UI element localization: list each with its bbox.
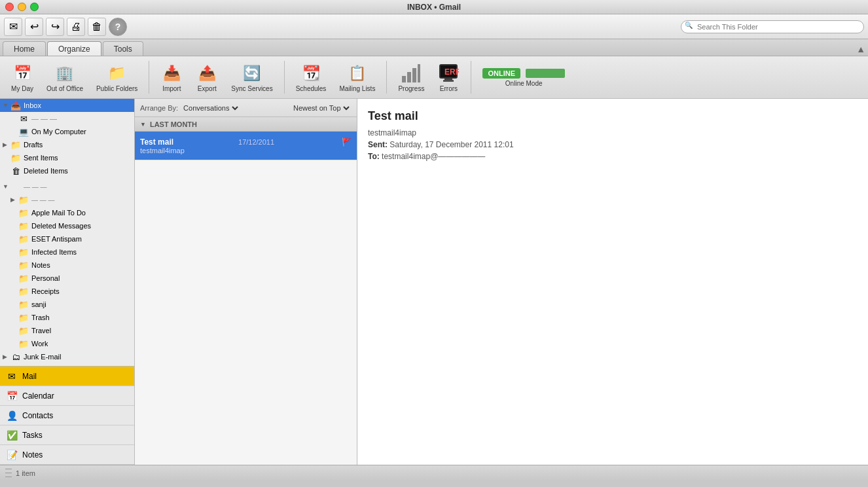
nav-item-contacts[interactable]: 👤 Contacts xyxy=(0,406,134,425)
separator-3 xyxy=(386,61,387,94)
sidebar-item-sent-items[interactable]: 📁 Sent Items xyxy=(0,151,134,164)
message-row-top: Test mail 17/12/2011 🚩 xyxy=(140,137,352,147)
main-layout: ▼ 📥 Inbox ✉ — — — 💻 On My Computer ▶ 📁 D… xyxy=(0,99,868,465)
sidebar-item-travel[interactable]: 📁 Travel xyxy=(0,324,134,337)
sidebar-item-infected[interactable]: 📁 Infected Items xyxy=(0,245,134,259)
errors-icon: ERR xyxy=(438,63,459,84)
redo-icon[interactable]: ↪ xyxy=(46,18,64,36)
eset-icon: 📁 xyxy=(18,234,29,244)
flag-icon: 🚩 xyxy=(342,137,352,147)
minimize-button[interactable] xyxy=(18,3,26,11)
ribbon-public-folders[interactable]: 📁 Public Folders xyxy=(92,59,142,96)
message-row[interactable]: Test mail 17/12/2011 🚩 testmail4imap xyxy=(135,132,357,160)
to-label: To: xyxy=(368,152,380,161)
delete-icon[interactable]: 🗑 xyxy=(88,18,106,36)
sidebar-item-personal[interactable]: 📁 Personal xyxy=(0,272,134,285)
new-message-icon[interactable]: ✉ xyxy=(4,18,22,36)
sidebar-item-gmail[interactable]: ✉ — — — xyxy=(0,112,134,125)
online-progress-bar xyxy=(526,69,565,78)
svg-rect-7 xyxy=(444,79,452,81)
ribbon-sync-services[interactable]: 🔄 Sync Services xyxy=(226,59,277,96)
search-input[interactable] xyxy=(681,20,864,33)
sidebar-item-account-group[interactable]: ▼ — — — xyxy=(0,180,134,193)
sidebar: ▼ 📥 Inbox ✉ — — — 💻 On My Computer ▶ 📁 D… xyxy=(0,99,135,465)
tab-home[interactable]: Home xyxy=(3,41,46,56)
nav-item-tasks[interactable]: ✅ Tasks xyxy=(0,425,134,445)
ribbon-mailing-lists[interactable]: 📋 Mailing Lists xyxy=(335,59,380,96)
sub-label: — — — xyxy=(31,196,55,204)
item-count: 1 item xyxy=(16,469,35,477)
ribbon-errors[interactable]: ERR Errors xyxy=(433,59,464,96)
inbox-arrow: ▼ xyxy=(3,102,10,109)
sidebar-item-apple-mail-todo[interactable]: 📁 Apple Mail To Do xyxy=(0,206,134,219)
message-date: 17/12/2011 xyxy=(238,138,274,146)
close-button[interactable] xyxy=(5,3,14,11)
tab-bar: Home Organize Tools ▲ xyxy=(0,39,868,56)
help-icon[interactable]: ? xyxy=(109,18,127,36)
sync-services-icon: 🔄 xyxy=(242,63,262,84)
section-last-month: ▼ LAST MONTH xyxy=(135,117,357,132)
ribbon-schedules[interactable]: 📆 Schedules xyxy=(291,59,331,96)
ribbon-progress[interactable]: Progress xyxy=(393,59,429,96)
export-icon: 📤 xyxy=(196,63,217,84)
sidebar-item-work[interactable]: 📁 Work xyxy=(0,337,134,350)
grip-line xyxy=(5,473,12,473)
sidebar-item-notes-folder[interactable]: 📁 Notes xyxy=(0,259,134,272)
tab-tools[interactable]: Tools xyxy=(103,41,143,56)
sent-label: Sent: xyxy=(368,140,388,149)
maximize-button[interactable] xyxy=(30,3,39,11)
public-folders-icon: 📁 xyxy=(107,63,128,84)
arrange-select[interactable]: Conversations Date From Subject xyxy=(181,103,240,113)
receipts-label: Receipts xyxy=(31,287,60,295)
nav-item-notes[interactable]: 📝 Notes xyxy=(0,445,134,465)
tab-organize[interactable]: Organize xyxy=(47,41,101,56)
to-address: testmail4imap@—————— xyxy=(382,152,485,161)
ribbon-out-of-office[interactable]: 🏢 Out of Office xyxy=(42,59,88,96)
sidebar-item-eset[interactable]: 📁 ESET Antispam xyxy=(0,232,134,245)
newest-select[interactable]: Newest on Top Oldest on Top xyxy=(291,103,352,113)
print-icon[interactable]: 🖨 xyxy=(67,18,85,36)
sidebar-item-deleted-items[interactable]: 🗑 Deleted Items xyxy=(0,164,134,177)
travel-icon: 📁 xyxy=(18,325,29,336)
separator-1 xyxy=(149,61,149,94)
separator-2 xyxy=(284,61,285,94)
ribbon-my-day[interactable]: 📅 My Day xyxy=(7,59,38,96)
gmail-icon: ✉ xyxy=(18,113,29,124)
nav-item-mail[interactable]: ✉ Mail xyxy=(0,367,134,386)
svg-text:ERR: ERR xyxy=(444,67,459,77)
sidebar-item-trash[interactable]: 📁 Trash xyxy=(0,311,134,324)
undo-icon[interactable]: ↩ xyxy=(25,18,43,36)
work-label: Work xyxy=(31,340,48,348)
svg-rect-0 xyxy=(402,76,406,82)
reading-pane: Test mail testmail4imap Sent: Saturday, … xyxy=(357,99,868,465)
trash-icon: 📁 xyxy=(18,312,29,323)
sidebar-item-drafts[interactable]: ▶ 📁 Drafts xyxy=(0,138,134,151)
sidebar-item-deleted-messages[interactable]: 📁 Deleted Messages xyxy=(0,219,134,232)
sidebar-item-inbox[interactable]: ▼ 📥 Inbox xyxy=(0,99,134,112)
collapse-ribbon-button[interactable]: ▲ xyxy=(856,44,865,54)
title-bar: INBOX • Gmail xyxy=(0,0,868,14)
sidebar-item-on-my-computer[interactable]: 💻 On My Computer xyxy=(0,125,134,138)
receipts-icon: 📁 xyxy=(18,286,29,297)
section-label: LAST MONTH xyxy=(150,120,197,128)
search-wrapper xyxy=(681,20,864,33)
arrange-bar: Arrange By: Conversations Date From Subj… xyxy=(135,99,357,117)
bottom-nav: ✉ Mail 📅 Calendar 👤 Contacts ✅ Tasks 📝 N… xyxy=(0,366,134,465)
ribbon-import[interactable]: 📥 Import xyxy=(156,59,187,96)
ribbon-online-mode[interactable]: ONLINE Online Mode xyxy=(478,59,570,96)
mail-nav-label: Mail xyxy=(22,372,37,381)
import-icon: 📥 xyxy=(161,63,182,84)
online-status-bar: ONLINE xyxy=(482,68,565,79)
status-grip xyxy=(5,467,12,479)
arrange-label: Arrange By: xyxy=(140,104,178,112)
sidebar-item-sanji[interactable]: 📁 sanji xyxy=(0,298,134,311)
sidebar-item-junk[interactable]: ▶ 🗂 Junk E-mail xyxy=(0,350,134,363)
ribbon-export[interactable]: 📤 Export xyxy=(191,59,223,96)
mail-nav-icon: ✉ xyxy=(5,370,18,383)
section-arrow: ▼ xyxy=(140,121,146,128)
personal-icon: 📁 xyxy=(18,273,29,283)
nav-item-calendar[interactable]: 📅 Calendar xyxy=(0,386,134,406)
sidebar-item-sub-account[interactable]: ▶ 📁 — — — xyxy=(0,193,134,206)
window-controls xyxy=(5,3,39,11)
sidebar-item-receipts[interactable]: 📁 Receipts xyxy=(0,285,134,298)
